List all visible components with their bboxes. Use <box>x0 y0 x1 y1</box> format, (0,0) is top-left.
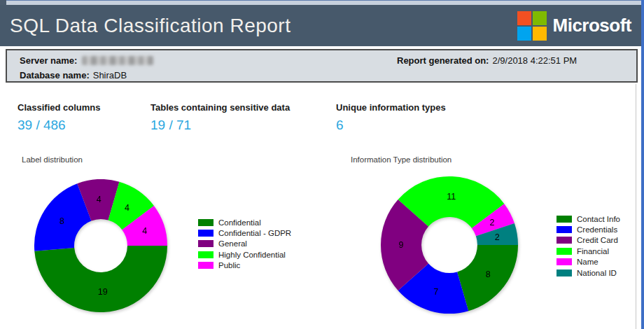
slice-value-label: 7 <box>433 287 438 297</box>
stat-label: Tables containing sensitive data <box>150 102 290 113</box>
legend-label: Public <box>218 261 240 270</box>
legend-label: Confidential <box>218 218 261 227</box>
information-type-donut-chart: 8791122 <box>381 176 518 314</box>
legend-item: National ID <box>556 267 620 278</box>
slice-value-label: 9 <box>399 240 404 250</box>
logo-square-red <box>517 11 531 25</box>
logo-square-blue <box>517 27 531 41</box>
legend-label: Credentials <box>577 225 617 234</box>
stat-value: 19 / 71 <box>150 118 290 133</box>
legend-swatch <box>556 248 572 255</box>
slice-value-label: 11 <box>447 192 456 202</box>
legend-item: Financial <box>556 246 620 256</box>
chart-title-information-type-distribution: Information Type distribution <box>351 155 451 164</box>
stat-tables-sensitive: Tables containing sensitive data 19 / 71 <box>150 102 290 133</box>
legend-item: Confidential - GDPR <box>198 227 291 238</box>
generated-on-value: 2/9/2018 4:22:51 PM <box>492 55 577 66</box>
microsoft-brand: Microsoft <box>517 5 632 46</box>
legend-label: Contact Info <box>577 215 620 223</box>
legend-swatch <box>198 219 214 226</box>
window-top-edge <box>0 0 644 5</box>
slice-value-label: 4 <box>125 203 130 213</box>
legend-swatch <box>556 237 572 244</box>
slice-value-label: 2 <box>490 218 495 227</box>
legend-label: General <box>218 239 247 248</box>
legend-label: Highly Confidential <box>218 251 286 259</box>
legend-item: Confidential <box>198 217 291 227</box>
legend-item: Name <box>556 257 620 267</box>
slice-value-label: 8 <box>486 270 491 279</box>
stat-value: 6 <box>336 118 446 133</box>
slice-value-label: 19 <box>98 287 108 297</box>
logo-square-green <box>533 11 547 25</box>
slice-value-label: 4 <box>97 195 102 204</box>
stat-unique-info-types: Unique information types 6 <box>336 102 446 133</box>
microsoft-wordmark: Microsoft <box>553 15 632 36</box>
legend-label: Credit Card <box>577 236 618 244</box>
stat-value: 39 / 486 <box>18 118 100 133</box>
microsoft-logo-icon <box>517 11 547 41</box>
window-top-corner <box>0 0 6 5</box>
legend-swatch <box>556 270 572 276</box>
stat-label: Classified columns <box>18 102 100 113</box>
legend-swatch <box>556 216 572 223</box>
window-right-edge <box>641 0 644 329</box>
legend-swatch <box>198 230 214 237</box>
report-header: SQL Data Classification Report Microsoft <box>0 5 641 46</box>
stat-classified-columns: Classified columns 39 / 486 <box>18 102 100 133</box>
label-distribution-legend: ConfidentialConfidential - GDPRGeneralHi… <box>198 217 291 271</box>
donut-slice-confidential <box>34 246 167 312</box>
server-name-label: Server name: <box>20 55 77 66</box>
legend-swatch <box>198 240 214 247</box>
legend-label: Financial <box>577 247 609 255</box>
database-name-label: Database name: <box>20 70 90 80</box>
label-distribution-donut-chart: 198444 <box>34 179 167 312</box>
legend-item: Credit Card <box>556 235 620 246</box>
slice-value-label: 8 <box>59 216 64 226</box>
database-name-value: ShiraDB <box>93 70 127 80</box>
logo-square-yellow <box>533 27 547 41</box>
legend-item: General <box>198 239 291 249</box>
slice-value-label: 2 <box>495 232 500 242</box>
information-type-legend: Contact InfoCredentialsCredit CardFinanc… <box>556 214 620 278</box>
stat-label: Unique information types <box>336 102 446 113</box>
generated-on-label: Report generated on: <box>397 55 489 66</box>
legend-item: Contact Info <box>556 214 620 224</box>
page-title: SQL Data Classification Report <box>10 5 290 46</box>
legend-swatch <box>198 251 214 258</box>
legend-label: Confidential - GDPR <box>218 229 291 237</box>
chart-title-label-distribution: Label distribution <box>22 155 83 164</box>
page-right-border <box>636 84 636 329</box>
legend-swatch <box>556 258 572 265</box>
slice-value-label: 4 <box>142 226 147 236</box>
database-name-row: Database name:ShiraDB <box>20 70 127 80</box>
legend-swatch <box>556 226 572 233</box>
legend-swatch <box>198 262 214 269</box>
legend-item: Credentials <box>556 224 620 234</box>
server-info-bar: Server name: Database name:ShiraDB Repor… <box>6 49 638 83</box>
legend-label: National ID <box>577 269 617 277</box>
legend-item: Public <box>198 260 291 271</box>
legend-label: Name <box>577 258 598 266</box>
server-name-row: Server name: <box>20 55 153 66</box>
server-name-redacted <box>82 56 153 65</box>
report-generated-row: Report generated on:2/9/2018 4:22:51 PM <box>397 55 577 66</box>
legend-item: Highly Confidential <box>198 249 291 260</box>
